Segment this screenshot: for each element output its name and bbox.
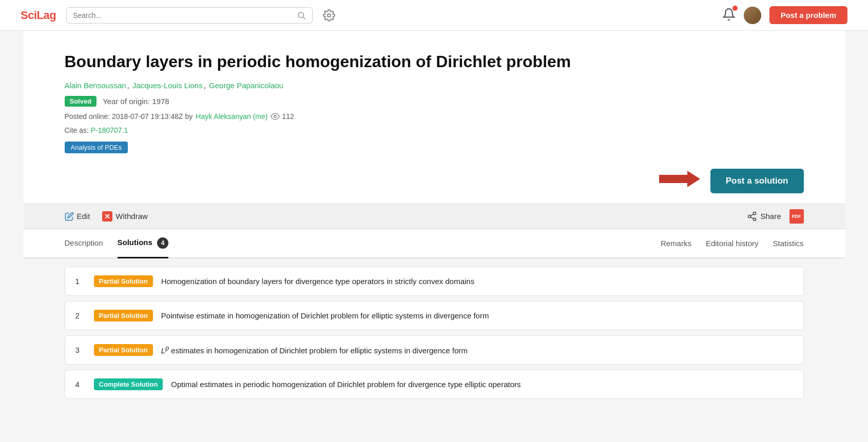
tab-editorial-history[interactable]: Editorial history — [706, 231, 759, 256]
year-text: Year of origin: 1978 — [103, 97, 169, 106]
solution-row[interactable]: 2 Partial Solution Pointwise estimate in… — [65, 301, 804, 330]
problem-title: Boundary layers in periodic homogenizati… — [65, 51, 804, 73]
withdraw-label: Withdraw — [115, 212, 148, 220]
logo-lag: Lag — [37, 9, 56, 22]
post-problem-button[interactable]: Post a problem — [769, 6, 847, 24]
logo[interactable]: SciLag — [21, 9, 56, 22]
authors: Alain Bensoussan, Jacques-Louis Lions, G… — [65, 81, 804, 90]
svg-point-5 — [754, 212, 756, 214]
main-content: Boundary layers in periodic homogenizati… — [24, 31, 845, 407]
views-count: 112 — [271, 112, 294, 121]
solution-title-2: Pointwise estimate in homogenization of … — [161, 310, 489, 321]
posted-by-link[interactable]: Hayk Aleksanyan (me) — [196, 112, 267, 120]
tab-remarks[interactable]: Remarks — [661, 231, 691, 256]
header: SciLag Post a problem — [0, 0, 868, 31]
solution-row[interactable]: 3 Partial Solution Lp estimates in homog… — [65, 335, 804, 365]
share-icon — [747, 211, 757, 222]
post-solution-button[interactable]: Post a solution — [710, 169, 804, 193]
solution-number-4: 4 — [75, 380, 86, 389]
edit-label: Edit — [77, 212, 90, 220]
action-bar: Edit ✕ Withdraw Share PDF — [24, 204, 845, 229]
post-solution-area: Post a solution — [24, 164, 845, 204]
tab-solutions[interactable]: Solutions 4 — [118, 229, 169, 258]
gear-icon[interactable] — [323, 9, 335, 22]
edit-icon — [65, 212, 74, 221]
edit-button[interactable]: Edit — [65, 212, 90, 221]
solution-row[interactable]: 1 Partial Solution Homogenization of bou… — [65, 267, 804, 296]
views-number: 112 — [282, 112, 294, 120]
avatar[interactable] — [744, 7, 761, 24]
solution-number-3: 3 — [75, 346, 86, 354]
action-bar-right: Share PDF — [747, 209, 803, 224]
solved-badge: Solved — [65, 96, 97, 107]
logo-sci: Sci — [21, 9, 37, 22]
tabs-bar: Description Solutions 4 Remarks Editoria… — [24, 229, 845, 258]
withdraw-button[interactable]: ✕ Withdraw — [102, 211, 148, 222]
solution-badge-4: Complete Solution — [94, 378, 163, 390]
notif-badge — [732, 6, 738, 11]
search-input[interactable] — [73, 11, 293, 19]
posted-label: Posted online: 2018-07-07 19:13:48Z by — [65, 112, 193, 120]
author-3[interactable]: George Papanicolaou — [209, 81, 283, 90]
pdf-icon[interactable]: PDF — [789, 209, 804, 224]
svg-line-9 — [751, 214, 754, 215]
tab-solutions-label: Solutions — [118, 238, 152, 247]
tabs-right: Remarks Editorial history Statistics — [661, 231, 804, 256]
solutions-list: 1 Partial Solution Homogenization of bou… — [24, 258, 845, 407]
svg-point-0 — [298, 12, 304, 18]
solution-number-1: 1 — [75, 277, 86, 286]
share-label: Share — [760, 212, 781, 220]
search-bar[interactable] — [66, 7, 313, 24]
withdraw-icon: ✕ — [102, 211, 112, 222]
solution-row[interactable]: 4 Complete Solution Optimal estimates in… — [65, 370, 804, 399]
problem-section: Boundary layers in periodic homogenizati… — [24, 31, 845, 164]
svg-point-7 — [754, 218, 756, 220]
tab-statistics[interactable]: Statistics — [773, 231, 803, 256]
solution-title-4: Optimal estimates in periodic homogeniza… — [171, 379, 520, 390]
meta-row: Solved Year of origin: 1978 — [65, 96, 804, 107]
solution-badge-3: Partial Solution — [94, 344, 153, 356]
author-sep-2: , — [204, 81, 208, 90]
svg-marker-4 — [659, 171, 700, 187]
solution-badge-1: Partial Solution — [94, 275, 153, 287]
svg-point-6 — [748, 215, 751, 217]
cite-row: Cite as: P-180707.1 — [65, 126, 804, 134]
author-1[interactable]: Alain Bensoussan — [65, 81, 126, 90]
svg-point-2 — [327, 14, 331, 17]
cite-label: Cite as: — [65, 126, 89, 134]
cite-id-link[interactable]: P-180707.1 — [91, 126, 128, 134]
share-button[interactable]: Share — [747, 211, 781, 222]
arrow-right-icon — [659, 169, 700, 193]
solution-title-1: Homogenization of boundary layers for di… — [161, 276, 474, 287]
author-2[interactable]: Jacques-Louis Lions — [132, 81, 203, 90]
notification-icon[interactable] — [722, 8, 736, 23]
header-right: Post a problem — [722, 6, 847, 24]
solution-title-3: Lp estimates in homogenization of Dirich… — [161, 344, 468, 356]
search-icon — [297, 11, 306, 20]
solution-badge-2: Partial Solution — [94, 310, 153, 322]
eye-icon — [271, 112, 280, 121]
svg-line-1 — [303, 17, 305, 19]
tab-solutions-badge: 4 — [157, 237, 168, 249]
author-sep-1: , — [127, 81, 131, 90]
solution-number-2: 2 — [75, 311, 86, 320]
tag-badge[interactable]: Analysis of PDEs — [65, 142, 128, 153]
posted-row: Posted online: 2018-07-07 19:13:48Z by H… — [65, 112, 804, 121]
tab-description[interactable]: Description — [65, 230, 103, 257]
svg-point-3 — [274, 115, 277, 117]
svg-line-8 — [751, 217, 754, 218]
